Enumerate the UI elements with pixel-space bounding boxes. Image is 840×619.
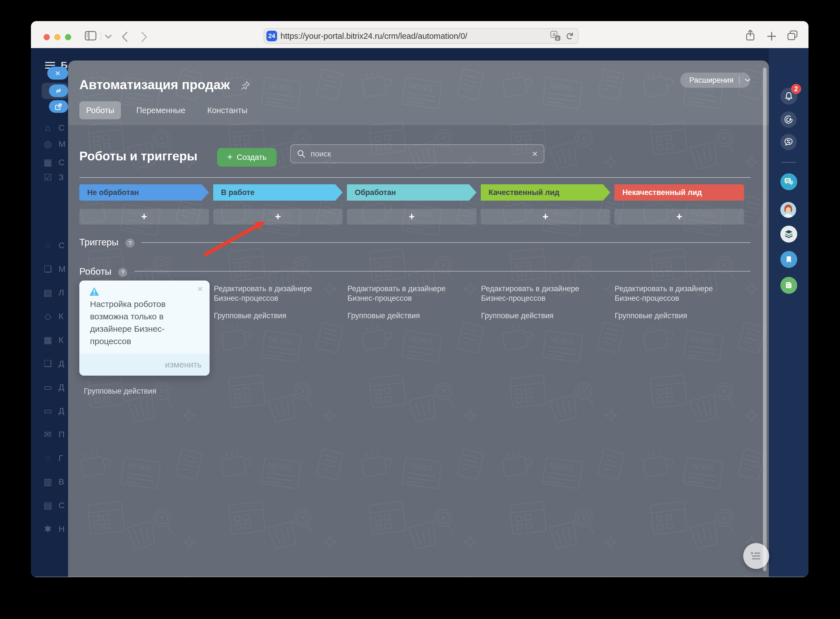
- minimize-window-button[interactable]: [54, 34, 60, 40]
- copilot-icon: [783, 115, 794, 125]
- stage-in-progress[interactable]: В работе: [213, 184, 343, 200]
- open-in-new-button[interactable]: [49, 100, 68, 113]
- tooltip-edit-link[interactable]: изменить: [165, 360, 202, 369]
- user-avatar[interactable]: [780, 202, 796, 218]
- news-button[interactable]: [780, 277, 797, 294]
- group-actions-link[interactable]: Групповые действия: [214, 311, 286, 320]
- tab-variables[interactable]: Переменные: [129, 101, 192, 119]
- svg-text:х: х: [556, 36, 559, 40]
- divider: [79, 177, 750, 178]
- sidebar-item[interactable]: ☑З: [42, 170, 68, 184]
- sidebar-toggle-icon[interactable]: [84, 30, 97, 41]
- create-button-label: Создать: [236, 153, 266, 162]
- divider: [141, 242, 750, 243]
- group-actions-link[interactable]: Групповые действия: [347, 311, 420, 320]
- stage-not-processed[interactable]: Не обработан: [79, 184, 209, 200]
- sidebar-item[interactable]: ✱Н: [42, 522, 68, 536]
- slider-close-button[interactable]: ×: [47, 67, 68, 80]
- close-window-button[interactable]: [43, 34, 50, 40]
- board-icon: ▭: [42, 382, 54, 393]
- add-robot-button[interactable]: +: [481, 209, 610, 224]
- robots-column: Редактировать в дизайнере Бизнес-процесс…: [347, 281, 477, 320]
- close-icon[interactable]: ×: [197, 283, 203, 294]
- translate-chat-button[interactable]: [780, 134, 797, 150]
- address-bar[interactable]: 24 https://your-portal.bitrix24.ru/crm/l…: [264, 28, 578, 44]
- reload-icon[interactable]: ↻: [563, 32, 575, 40]
- tab-robots[interactable]: Роботы: [79, 101, 121, 119]
- screenshot-canvas: Б × ⌂С ◎М ▦С ☑З ◌С ❏М ▤Л ◇К: [0, 0, 840, 619]
- stage-processed[interactable]: Обработан: [347, 184, 477, 200]
- hexagon-icon: ◇: [42, 311, 54, 321]
- sidebar-item[interactable]: ◇К: [42, 310, 68, 323]
- sidebar-item[interactable]: ▥В: [42, 475, 68, 489]
- add-robot-button[interactable]: +: [347, 209, 477, 224]
- sidebar-item[interactable]: ❏Д: [42, 357, 68, 370]
- forward-button[interactable]: [140, 31, 148, 43]
- triggers-section-label: Триггеры: [79, 237, 118, 248]
- create-button[interactable]: + Создать: [217, 148, 277, 167]
- copilot-button[interactable]: [780, 111, 797, 128]
- sidebar-item[interactable]: ◎М: [42, 137, 68, 151]
- extensions-label: Расширения: [680, 76, 733, 85]
- edit-in-designer-link[interactable]: Редактировать в дизайнере Бизнес-процесс…: [347, 284, 466, 303]
- tab-overview-icon[interactable]: [786, 30, 798, 41]
- people-icon: ◌: [42, 453, 54, 464]
- translate-icon[interactable]: A х: [550, 30, 561, 42]
- card-icon: ▤: [42, 500, 54, 511]
- sidebar-item[interactable]: ⌂С: [42, 121, 68, 135]
- help-icon[interactable]: ?: [126, 239, 135, 248]
- bookmark-icon: [784, 255, 794, 264]
- stage-quality-lead[interactable]: Качественный лид: [481, 184, 610, 200]
- robots-columns: × Настройка роботов возможна только в ди…: [79, 281, 744, 396]
- tab-constants[interactable]: Константы: [200, 101, 254, 119]
- sidebar-item[interactable]: ◌Г: [42, 451, 68, 465]
- sidebar-item[interactable]: ▭Д: [42, 380, 68, 394]
- feed-icon: ▤: [42, 287, 54, 298]
- stack-button[interactable]: [780, 226, 797, 242]
- group-actions-link[interactable]: Групповые действия: [615, 311, 687, 320]
- panel-scrollbar[interactable]: [763, 67, 767, 571]
- robots-column: Редактировать в дизайнере Бизнес-процесс…: [214, 281, 343, 320]
- add-robot-button[interactable]: +: [79, 209, 209, 224]
- settings-icon: ✱: [42, 523, 54, 534]
- sidebar-item[interactable]: ✉П: [42, 428, 68, 441]
- pin-icon[interactable]: [240, 80, 251, 91]
- notification-badge: 2: [791, 84, 801, 94]
- stage-junk-lead[interactable]: Некачественный лид: [614, 184, 744, 200]
- chat-sync-icon: [783, 137, 794, 147]
- add-robot-button[interactable]: +: [213, 209, 343, 224]
- edit-in-designer-link[interactable]: Редактировать в дизайнере Бизнес-процесс…: [615, 284, 733, 303]
- layers-icon: [784, 229, 794, 239]
- share-icon[interactable]: [745, 29, 756, 41]
- group-actions-link[interactable]: Групповые действия: [481, 311, 554, 320]
- divider: [101, 31, 101, 40]
- chevron-down-icon[interactable]: [105, 34, 112, 39]
- add-robot-button[interactable]: +: [614, 209, 744, 224]
- bitrix24-favicon: 24: [266, 31, 277, 41]
- search-input[interactable]: [310, 149, 532, 159]
- group-actions-link[interactable]: Групповые действия: [84, 386, 156, 396]
- bookmark-button[interactable]: [780, 251, 797, 268]
- drive-icon: ▭: [42, 405, 54, 416]
- sidebar-item[interactable]: ▤С: [42, 499, 68, 512]
- sidebar-item[interactable]: ▦К: [42, 333, 68, 347]
- messenger-button[interactable]: [780, 173, 797, 190]
- extensions-button[interactable]: Расширения: [680, 73, 750, 88]
- sidebar-item[interactable]: ◌С: [42, 239, 68, 252]
- edit-in-designer-link[interactable]: Редактировать в дизайнере Бизнес-процесс…: [214, 284, 332, 303]
- sidebar-item[interactable]: ▦С: [42, 155, 68, 169]
- search-clear-icon[interactable]: ×: [532, 148, 538, 159]
- avatar-image: [780, 202, 796, 218]
- zoom-window-button[interactable]: [65, 34, 71, 40]
- new-tab-icon[interactable]: [767, 31, 776, 41]
- back-button[interactable]: [121, 31, 128, 43]
- browser-viewport: Б × ⌂С ◎М ▦С ☑З ◌С ❏М ▤Л ◇К: [31, 48, 809, 577]
- edit-in-designer-link[interactable]: Редактировать в дизайнере Бизнес-процесс…: [481, 284, 599, 303]
- sidebar-item[interactable]: ▭Д: [42, 404, 68, 417]
- sidebar-item[interactable]: ❏М: [42, 262, 68, 276]
- help-icon[interactable]: ?: [118, 268, 127, 277]
- divider: [739, 76, 740, 84]
- copy-link-button[interactable]: [49, 84, 68, 97]
- add-robot-row: + + + + +: [79, 209, 744, 224]
- sidebar-item[interactable]: ▤Л: [42, 286, 68, 299]
